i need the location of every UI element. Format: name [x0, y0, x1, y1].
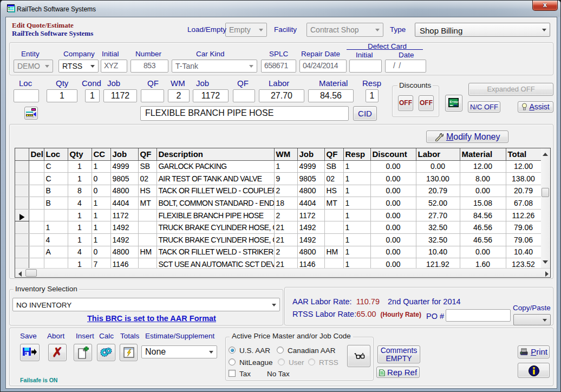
- svg-text:E=mc²: E=mc²: [450, 100, 460, 103]
